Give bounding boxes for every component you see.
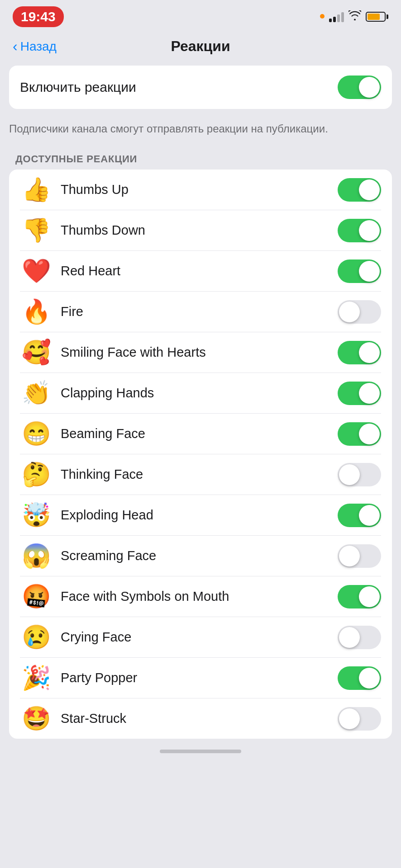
- reaction-row: 🤩Star-Struck: [20, 698, 381, 739]
- reaction-row: ❤️Red Heart: [20, 251, 381, 292]
- status-bar: 19:43: [0, 0, 401, 30]
- reaction-toggle-crying-face[interactable]: [338, 626, 381, 649]
- reaction-row: 🤔Thinking Face: [20, 454, 381, 495]
- status-icons: [319, 10, 388, 23]
- reaction-emoji-exploding-head: 🤯: [20, 501, 53, 529]
- signal-bars-icon: [329, 11, 344, 22]
- reaction-row: 🤯Exploding Head: [20, 495, 381, 536]
- reaction-toggle-thinking-face[interactable]: [338, 463, 381, 486]
- back-label: Назад: [20, 39, 57, 54]
- home-indicator: [160, 750, 241, 753]
- reaction-toggle-exploding-head[interactable]: [338, 504, 381, 527]
- back-chevron-icon: ‹: [13, 38, 18, 55]
- reaction-emoji-smiling-face-hearts: 🥰: [20, 339, 53, 366]
- reaction-emoji-fire: 🔥: [20, 298, 53, 326]
- available-reactions-header: ДОСТУПНЫЕ РЕАКЦИИ: [9, 149, 392, 170]
- reaction-toggle-screaming-face[interactable]: [338, 544, 381, 568]
- orange-dot: [320, 14, 325, 19]
- reaction-emoji-face-symbols-mouth: 🤬: [20, 583, 53, 610]
- enable-reactions-label: Включить реакции: [20, 80, 136, 95]
- reaction-name-face-symbols-mouth: Face with Symbols on Mouth: [61, 589, 338, 604]
- reaction-row: 🔥Fire: [20, 292, 381, 332]
- reaction-name-smiling-face-hearts: Smiling Face with Hearts: [61, 345, 338, 360]
- reaction-row: 🎉Party Popper: [20, 658, 381, 698]
- reaction-row: 👎Thumbs Down: [20, 210, 381, 251]
- reaction-name-star-struck: Star-Struck: [61, 711, 338, 726]
- wifi-icon: [348, 10, 361, 23]
- back-button[interactable]: ‹ Назад: [13, 38, 57, 55]
- reaction-emoji-thinking-face: 🤔: [20, 461, 53, 488]
- reaction-toggle-party-popper[interactable]: [338, 666, 381, 690]
- status-time: 19:43: [13, 6, 64, 27]
- reaction-row: 🥰Smiling Face with Hearts: [20, 332, 381, 373]
- reaction-name-fire: Fire: [61, 304, 338, 319]
- reaction-toggle-face-symbols-mouth[interactable]: [338, 585, 381, 609]
- reaction-row: 👍Thumbs Up: [20, 170, 381, 210]
- reaction-emoji-screaming-face: 😱: [20, 542, 53, 570]
- reaction-emoji-crying-face: 😢: [20, 623, 53, 651]
- reaction-toggle-smiling-face-hearts[interactable]: [338, 341, 381, 364]
- reaction-name-crying-face: Crying Face: [61, 630, 338, 645]
- reaction-toggle-star-struck[interactable]: [338, 707, 381, 731]
- reaction-emoji-red-heart: ❤️: [20, 257, 53, 285]
- page-title: Реакции: [171, 38, 230, 55]
- reaction-name-exploding-head: Exploding Head: [61, 508, 338, 523]
- reaction-toggle-thumbs-up[interactable]: [338, 178, 381, 202]
- reaction-name-thumbs-down: Thumbs Down: [61, 223, 338, 238]
- enable-reactions-row: Включить реакции: [20, 66, 381, 109]
- reaction-toggle-clapping-hands[interactable]: [338, 382, 381, 405]
- reaction-list: 👍Thumbs Up👎Thumbs Down❤️Red Heart🔥Fire🥰S…: [9, 170, 392, 739]
- enable-reactions-description: Подписчики канала смогут отправлять реак…: [9, 117, 392, 144]
- reaction-name-beaming-face: Beaming Face: [61, 426, 338, 441]
- reaction-toggle-thumbs-down[interactable]: [338, 219, 381, 242]
- enable-reactions-toggle[interactable]: [338, 75, 381, 99]
- reaction-row: 😁Beaming Face: [20, 414, 381, 454]
- reaction-row: 🤬Face with Symbols on Mouth: [20, 576, 381, 617]
- reaction-name-party-popper: Party Popper: [61, 670, 338, 685]
- reaction-row: 👏Clapping Hands: [20, 373, 381, 414]
- reaction-name-clapping-hands: Clapping Hands: [61, 386, 338, 401]
- reaction-row: 😢Crying Face: [20, 617, 381, 658]
- reaction-emoji-thumbs-up: 👍: [20, 176, 53, 203]
- reaction-name-thinking-face: Thinking Face: [61, 467, 338, 482]
- nav-bar: ‹ Назад Реакции: [0, 30, 401, 61]
- reaction-emoji-thumbs-down: 👎: [20, 217, 53, 244]
- reaction-name-red-heart: Red Heart: [61, 264, 338, 278]
- reaction-emoji-star-struck: 🤩: [20, 705, 53, 732]
- battery-icon: [366, 12, 388, 22]
- reaction-toggle-fire[interactable]: [338, 300, 381, 324]
- content: Включить реакции Подписчики канала смогу…: [0, 61, 401, 739]
- reaction-row: 😱Screaming Face: [20, 536, 381, 576]
- enable-reactions-card: Включить реакции: [9, 66, 392, 109]
- reaction-toggle-red-heart[interactable]: [338, 259, 381, 283]
- reaction-emoji-party-popper: 🎉: [20, 664, 53, 692]
- reaction-name-screaming-face: Screaming Face: [61, 548, 338, 563]
- reaction-name-thumbs-up: Thumbs Up: [61, 182, 338, 197]
- reaction-emoji-clapping-hands: 👏: [20, 379, 53, 407]
- reaction-toggle-beaming-face[interactable]: [338, 422, 381, 446]
- reaction-emoji-beaming-face: 😁: [20, 420, 53, 448]
